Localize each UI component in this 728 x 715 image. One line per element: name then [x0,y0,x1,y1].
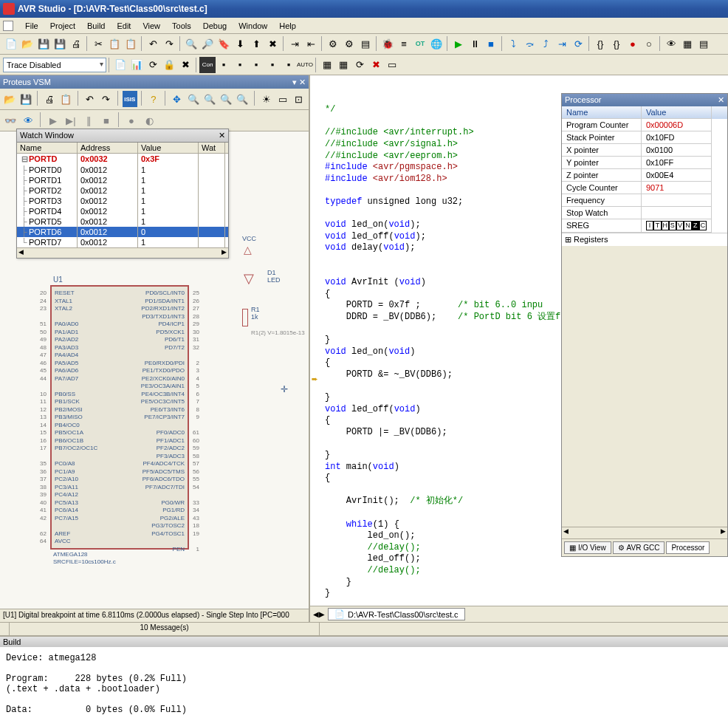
menu-window[interactable]: Window [233,20,273,32]
col-value[interactable]: Value [138,143,199,153]
col-address[interactable]: Address [78,143,138,153]
watch-row[interactable]: ├PORTD40x00121 [17,206,228,216]
watch-row[interactable]: ├PORTD10x00121 [17,175,228,185]
redo-icon[interactable]: ↷ [161,35,177,52]
target-btn1-icon[interactable]: ▦ [319,57,335,73]
chip2-icon[interactable]: ▪ [216,57,232,73]
print-icon[interactable]: 🖨 [68,35,84,52]
trace-icon[interactable]: ≡ [396,35,412,52]
target-btn5-icon[interactable]: ▭ [384,57,400,73]
bookmark-icon[interactable]: 🔖 [216,35,232,52]
menu-project[interactable]: Project [44,20,81,32]
target-btn2-icon[interactable]: ▦ [335,57,351,73]
proteus-zoom-in-icon[interactable]: 🔍 [186,91,201,107]
breakpoint-list-icon[interactable]: {} [608,35,625,52]
tab-processor[interactable]: Processor [666,541,710,554]
breakpoint-icon[interactable]: ● [625,35,641,52]
chip5-icon[interactable]: ▪ [264,57,281,73]
menu-debug[interactable]: Debug [197,20,233,32]
col-name[interactable]: Name [562,106,642,119]
menu-build[interactable]: Build [81,20,111,32]
watch-row[interactable]: ├PORTD00x00121 [17,165,228,175]
processor-row[interactable]: Cycle Counter9071 [562,182,727,194]
copy-icon[interactable]: 📋 [106,35,123,52]
proteus-zoom-fit-icon[interactable]: 🔍 [219,91,233,107]
processor-row[interactable]: Stop Watch [562,207,727,219]
col-value[interactable]: Value [642,106,712,119]
watch-row[interactable]: ├PORTD30x00121 [17,196,228,206]
menu-view[interactable]: View [137,20,166,32]
run-icon[interactable]: ▶ [450,35,467,52]
step-out-icon[interactable]: ⤴ [538,35,554,52]
stop-icon[interactable]: ■ [483,35,499,52]
menu-tools[interactable]: Tools [166,20,197,32]
watch-scrollbar[interactable]: ◀▶ [17,247,228,258]
expand-icon[interactable]: ⊞ [565,235,571,244]
simulator-icon[interactable]: 🌐 [428,35,444,52]
proteus-save-icon[interactable]: 💾 [18,91,33,107]
new-file-icon[interactable]: 📄 [3,35,19,52]
trace-btn2-icon[interactable]: 📊 [128,57,145,73]
processor-row[interactable]: Frequency [562,194,727,207]
proteus-stop-icon[interactable]: ■ [98,112,114,129]
menu-help[interactable]: Help [273,20,302,32]
processor-row[interactable]: Stack Pointer0x10FD [562,131,727,144]
watch-row[interactable]: └PORTD70x00121 [17,237,228,247]
step-over-icon[interactable]: ⤼ [521,35,538,52]
indent-icon[interactable]: ⇥ [286,35,303,52]
trace-btn5-icon[interactable]: ✖ [177,57,193,73]
proteus-terminal-icon[interactable]: ⊡ [292,91,306,107]
proteus-glasses-icon[interactable]: 👓 [2,112,18,129]
proteus-pause-icon[interactable]: ‖ [80,112,97,129]
options-icon[interactable]: OT [412,35,428,52]
proteus-eye-icon[interactable]: 👁 [20,112,36,129]
trace-btn3-icon[interactable]: ⟳ [145,57,161,73]
processor-close-icon[interactable]: ✕ [718,95,724,105]
proteus-zoom-area-icon[interactable]: 🔍 [235,91,250,107]
proteus-rec2-icon[interactable]: ◐ [141,112,157,129]
step-into-icon[interactable]: ⤵ [505,35,521,52]
processor-row[interactable]: Y pointer0x10FF [562,157,727,169]
proteus-print-icon[interactable]: 🖨 [42,91,57,107]
proteus-component-icon[interactable]: ▭ [275,91,290,107]
tab-io-view[interactable]: ▦I/O View [564,541,611,554]
menu-edit[interactable]: Edit [111,20,137,32]
proteus-pan-icon[interactable]: ✥ [170,91,185,107]
build-icon[interactable]: ⚙ [325,35,341,52]
compile-icon[interactable]: ▤ [357,35,374,52]
memory-icon[interactable]: ▦ [679,35,696,52]
save-all-icon[interactable]: 💾 [52,35,68,52]
menu-file[interactable]: File [19,20,44,32]
proteus-zoom-out-icon[interactable]: 🔍 [202,91,217,107]
watch-close-icon[interactable]: ✕ [219,131,225,140]
pause-icon[interactable]: ⏸ [467,35,483,52]
breakpoint-clear-icon[interactable]: ○ [641,35,657,52]
open-file-icon[interactable]: 📂 [19,35,35,52]
cut-icon[interactable]: ✂ [90,35,106,52]
bookmark-prev-icon[interactable]: ⬆ [248,35,264,52]
watch-row[interactable]: ⊟PORTD0x00320x3F [17,154,228,165]
proteus-light-icon[interactable]: ☀ [258,91,273,107]
watch-row[interactable]: ├PORTD20x00121 [17,185,228,196]
processor-row[interactable]: Z pointer0x00E4 [562,169,727,182]
save-icon[interactable]: 💾 [35,35,52,52]
debug-icon[interactable]: 🐞 [380,35,396,52]
bookmark-clear-icon[interactable]: ✖ [264,35,281,52]
find-icon[interactable]: 🔍 [183,35,199,52]
trace-combo[interactable]: Trace Disabled [3,58,106,72]
proteus-play-icon[interactable]: ▶ [45,112,61,129]
chip-icon[interactable]: Con [199,57,216,73]
proteus-help-icon[interactable]: ? [146,91,161,107]
col-name[interactable]: Name [17,143,78,153]
undo-icon[interactable]: ↶ [145,35,161,52]
auto-step-icon[interactable]: ⟳ [570,35,586,52]
rebuild-icon[interactable]: ⚙ [341,35,357,52]
proteus-copy-icon[interactable]: 📋 [58,91,73,107]
chip3-icon[interactable]: ▪ [232,57,248,73]
processor-row[interactable]: Program Counter0x00006D [562,119,727,131]
tab-test-c[interactable]: 📄 D:\AVR-Test\Class00\src\test.c [328,608,465,620]
tab-nav-icon[interactable]: ◀▶ [313,610,325,618]
proteus-isis-icon[interactable]: ISIS [123,91,137,107]
outdent-icon[interactable]: ⇤ [303,35,319,52]
processor-row[interactable]: X pointer0x0100 [562,144,727,157]
